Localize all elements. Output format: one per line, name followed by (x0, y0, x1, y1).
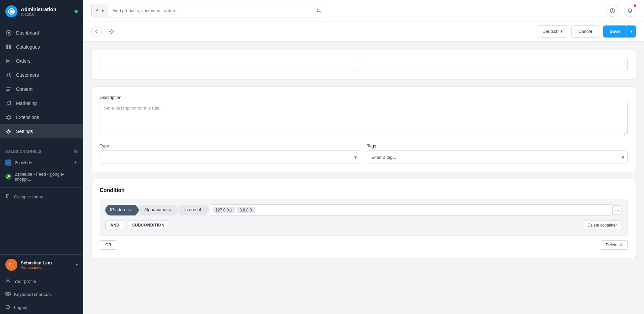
condition-value-2: 8.8.8.8 (237, 207, 255, 213)
add-channel-icon[interactable]: ⊕ (73, 148, 78, 154)
collapse-label: Collapse menu (14, 194, 43, 199)
sidebar-item-customers[interactable]: Customers (0, 68, 83, 82)
svg-rect-5 (6, 47, 8, 49)
condition-type-pill: Alphanumeric (140, 205, 180, 215)
svg-rect-6 (9, 47, 11, 49)
save-button[interactable]: Save (603, 25, 627, 38)
condition-footer: OR Delete all (100, 240, 628, 250)
sidebar-item-settings[interactable]: Settings (0, 124, 83, 138)
condition-more-button[interactable]: ··· (612, 205, 622, 215)
type-select[interactable] (100, 150, 360, 164)
page-settings-button[interactable] (106, 26, 117, 37)
settings-icon (5, 128, 12, 135)
cropped-input-left[interactable] (100, 58, 360, 71)
condition-buttons: AND SUBCONDITION (105, 221, 169, 230)
more-dots-icon: ··· (615, 207, 619, 213)
svg-point-12 (8, 131, 10, 132)
sidebar-item-orders[interactable]: Orders (0, 54, 83, 68)
avatar: SL (5, 259, 17, 271)
language-chevron-icon: ▾ (560, 29, 563, 34)
sales-channels-section: Sales Channels ⊕ (0, 144, 83, 156)
sidebar-item-dashboard[interactable]: Dashboard (0, 26, 83, 40)
channel-label: 2spiel.de (15, 160, 32, 165)
svg-rect-4 (9, 45, 11, 47)
type-select-wrapper: ▾ (100, 150, 360, 164)
user-info: Sebastian Lenz Administrator (21, 260, 72, 269)
sidebar-item-label: Extensions (16, 115, 39, 120)
collapse-menu[interactable]: Collapse menu (0, 190, 83, 203)
channel-item-2spiel-feed[interactable]: 2spiel.de - Feed - google-shoppi... (0, 169, 83, 185)
svg-rect-14 (6, 293, 10, 295)
sidebar-item-content[interactable]: Content (0, 82, 83, 96)
svg-rect-10 (6, 89, 11, 89)
main-area: All ▾ Deutsch (83, 0, 644, 314)
type-label: Type (100, 143, 360, 148)
sidebar-item-label: Orders (16, 58, 31, 64)
svg-rect-7 (6, 59, 11, 63)
type-field: Type ▾ (100, 143, 360, 164)
language-selector[interactable]: Deutsch ▾ (538, 25, 567, 38)
search-filter-button[interactable]: All ▾ (92, 4, 108, 17)
condition-field-label: IP address (105, 205, 136, 215)
sidebar-item-shortcuts[interactable]: Keyboard shortcuts (0, 288, 83, 301)
tags-select[interactable]: Enter a tag... (367, 150, 628, 164)
svg-rect-3 (6, 45, 8, 47)
sidebar-item-profile[interactable]: Your profile (0, 275, 83, 288)
help-button[interactable] (606, 5, 619, 17)
tags-select-wrapper: Enter a tag... ▾ (367, 150, 628, 164)
subcondition-button[interactable]: SUBCONDITION (127, 221, 169, 230)
cropped-input-right[interactable] (367, 58, 628, 71)
search-button[interactable] (312, 4, 326, 17)
svg-point-13 (7, 279, 9, 281)
main-nav: Dashboard Catalogues Orders Customers Co… (0, 23, 83, 254)
delete-all-button[interactable]: Delete all (601, 240, 628, 250)
svg-point-17 (612, 12, 613, 12)
condition-arrow-2 (175, 205, 179, 215)
channel-icon (5, 160, 11, 166)
tags-label: Tags (367, 143, 628, 148)
sidebar-item-label: Marketing (16, 101, 37, 106)
sidebar-item-catalogues[interactable]: Catalogues (0, 40, 83, 54)
content-icon (5, 86, 12, 92)
save-dropdown-button[interactable]: ▾ (627, 25, 636, 38)
marketing-icon (5, 100, 12, 107)
back-button[interactable] (91, 26, 102, 37)
user-name: Sebastian Lenz (21, 260, 72, 265)
app-name: Administration (21, 6, 74, 12)
app-info: Administration 6.4.20.0 (21, 6, 74, 16)
condition-actions: AND SUBCONDITION Delete container (105, 221, 622, 230)
channel-feed-icon (5, 174, 11, 180)
type-tags-row: Type ▾ Tags Enter a tag... ▾ (100, 143, 628, 164)
svg-rect-9 (6, 87, 11, 88)
extensions-icon (5, 114, 12, 121)
svg-point-18 (111, 31, 112, 32)
sidebar-item-extensions[interactable]: Extensions (0, 110, 83, 124)
app-version: 6.4.20.0 (21, 12, 74, 16)
sidebar-item-label: Catalogues (16, 44, 40, 50)
and-button[interactable]: AND (105, 221, 124, 230)
notifications-button[interactable] (624, 5, 636, 17)
channel-item-2spiel[interactable]: 2spiel.de 👁 (0, 156, 83, 169)
topbar: All ▾ (83, 0, 644, 21)
description-textarea[interactable] (100, 102, 628, 135)
language-value: Deutsch (542, 29, 558, 34)
delete-container-button[interactable]: Delete container (583, 221, 622, 230)
top-section-cropped (91, 50, 636, 80)
cancel-button[interactable]: Cancel (571, 25, 599, 38)
profile-icon (5, 278, 11, 285)
or-button[interactable]: OR (100, 240, 117, 250)
condition-section: Condition IP address Alphanumeric (91, 179, 636, 258)
notification-badge (634, 4, 636, 7)
user-role: Administrator (21, 265, 72, 269)
sidebar-item-marketing[interactable]: Marketing (0, 96, 83, 110)
search-input[interactable] (108, 4, 312, 17)
svg-point-8 (8, 73, 10, 75)
sidebar-item-logout[interactable]: Logout (0, 301, 83, 314)
page-toolbar: Deutsch ▾ Cancel Save ▾ (83, 21, 644, 42)
user-section[interactable]: SL Sebastian Lenz Administrator ▾ (0, 254, 83, 275)
customers-icon (5, 72, 12, 78)
collapse-icon (5, 194, 11, 200)
condition-values[interactable]: 127.0.0.1 8.8.8.8 (210, 204, 612, 216)
search-container: All ▾ (91, 4, 326, 17)
condition-container: IP address Alphanumeric Is one of (100, 199, 628, 236)
